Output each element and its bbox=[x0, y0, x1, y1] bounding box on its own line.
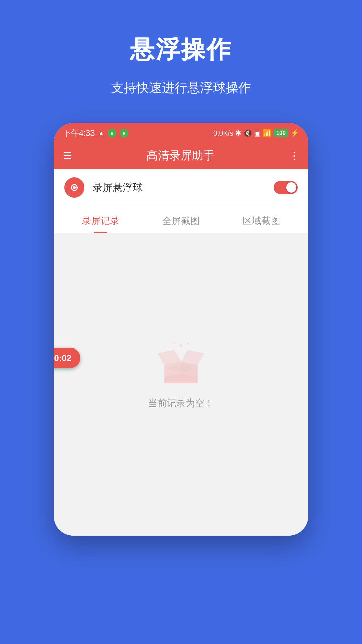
hamburger-menu-icon[interactable]: ☰ bbox=[63, 150, 72, 162]
tab-area-capture[interactable]: 区域截图 bbox=[221, 206, 302, 233]
app-icon-2: ● bbox=[120, 129, 128, 138]
battery-indicator: 100 bbox=[274, 129, 288, 137]
svg-point-8 bbox=[180, 344, 182, 347]
wifi-icon: 📶 bbox=[263, 129, 272, 137]
page-title: 悬浮操作 bbox=[130, 34, 232, 66]
empty-state: 当前记录为空！ bbox=[148, 340, 214, 410]
floating-timer-bubble[interactable]: 00:02 bbox=[54, 348, 80, 368]
app-toolbar: ☰ 高清录屏助手 ⋮ bbox=[54, 142, 308, 169]
tab-fullscreen-capture[interactable]: 全屏截图 bbox=[141, 206, 221, 233]
floating-ball-toggle[interactable] bbox=[274, 181, 298, 194]
tab-screen-record[interactable]: 录屏记录 bbox=[60, 206, 141, 233]
status-time: 下午4:33 bbox=[63, 128, 95, 139]
signal-icon: ▲ bbox=[98, 130, 104, 137]
empty-box-icon bbox=[154, 340, 208, 387]
floating-ball-row: 录屏悬浮球 bbox=[54, 169, 308, 206]
status-bar: 下午4:33 ▲ ● ● 0.0K/s ✱ 🔇 ▣ 📶 100 ⚡ bbox=[54, 123, 308, 142]
record-icon bbox=[64, 177, 84, 198]
app-icon-1: ● bbox=[108, 129, 116, 138]
svg-point-10 bbox=[187, 343, 189, 345]
page-subtitle: 支持快速进行悬浮球操作 bbox=[111, 79, 251, 96]
sound-off-icon: 🔇 bbox=[243, 129, 252, 137]
content-area: 00:02 当前记录为空！ bbox=[54, 234, 308, 536]
floating-ball-label: 录屏悬浮球 bbox=[93, 181, 265, 195]
screenshot-icon: ▣ bbox=[254, 129, 261, 137]
app-title: 高清录屏助手 bbox=[146, 148, 215, 163]
phone-frame: 下午4:33 ▲ ● ● 0.0K/s ✱ 🔇 ▣ 📶 100 ⚡ ☰ 高清录屏… bbox=[54, 123, 308, 536]
empty-state-text: 当前记录为空！ bbox=[148, 397, 214, 410]
network-speed: 0.0K/s bbox=[213, 129, 233, 137]
more-options-icon[interactable]: ⋮ bbox=[289, 149, 299, 162]
charging-icon: ⚡ bbox=[290, 129, 299, 137]
svg-point-11 bbox=[169, 365, 193, 372]
bluetooth-icon: ✱ bbox=[235, 129, 241, 137]
svg-point-9 bbox=[173, 342, 175, 344]
tabs-row: 录屏记录 全屏截图 区域截图 bbox=[54, 206, 308, 234]
